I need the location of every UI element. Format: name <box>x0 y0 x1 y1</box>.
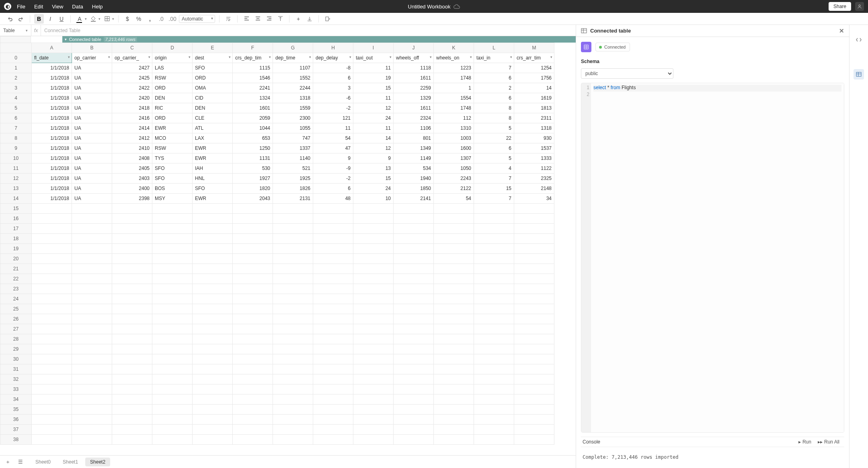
cell[interactable]: 48 <box>313 194 353 204</box>
cell[interactable]: EWR <box>193 153 233 163</box>
cell[interactable] <box>313 234 353 244</box>
cell[interactable]: ATL <box>193 123 233 133</box>
cell[interactable] <box>434 314 474 324</box>
cell[interactable]: 1826 <box>273 184 313 194</box>
cell[interactable]: 1611 <box>394 73 434 83</box>
cell[interactable]: 15 <box>353 174 394 184</box>
cell[interactable] <box>514 294 554 304</box>
cell[interactable]: 521 <box>273 163 313 174</box>
sheet-tab[interactable]: Sheet1 <box>58 458 83 466</box>
cell[interactable]: SFO <box>193 63 233 73</box>
cell[interactable]: 2410 <box>112 143 152 153</box>
cell[interactable] <box>313 274 353 284</box>
cell[interactable]: 12 <box>353 103 394 113</box>
cell[interactable] <box>474 234 514 244</box>
redo-button[interactable] <box>16 14 26 24</box>
cell[interactable] <box>72 224 112 234</box>
row-header[interactable]: 7 <box>0 123 32 133</box>
cell[interactable] <box>434 254 474 264</box>
cell[interactable] <box>434 294 474 304</box>
cell[interactable] <box>112 254 152 264</box>
cell[interactable] <box>112 415 152 425</box>
cell[interactable]: 1050 <box>434 163 474 174</box>
cell[interactable] <box>514 304 554 314</box>
cell[interactable]: 2241 <box>233 83 273 93</box>
cell[interactable] <box>112 284 152 294</box>
run-all-button[interactable]: ▸▸Run All <box>815 438 843 446</box>
cell[interactable]: 2141 <box>394 194 434 204</box>
cell[interactable]: 34 <box>514 194 554 204</box>
chevron-down-icon[interactable]: ▾ <box>510 55 512 59</box>
cell[interactable]: -9 <box>313 163 353 174</box>
cell[interactable] <box>474 244 514 254</box>
spreadsheet-grid[interactable]: ABCDEFGHIJKLM0fl_date▾op_carrier▾op_carr… <box>0 43 554 445</box>
cell[interactable] <box>353 204 394 214</box>
cell[interactable] <box>72 204 112 214</box>
chevron-down-icon[interactable]: ▾ <box>430 55 432 59</box>
cell[interactable]: 1/1/2018 <box>32 133 72 143</box>
cell[interactable] <box>353 314 394 324</box>
cell[interactable]: 1329 <box>394 93 434 103</box>
cell[interactable] <box>394 284 434 294</box>
cell[interactable] <box>152 344 193 354</box>
cell[interactable] <box>72 384 112 394</box>
cell[interactable]: 6 <box>474 93 514 103</box>
cell[interactable]: 1118 <box>394 63 434 73</box>
cell[interactable] <box>273 435 313 445</box>
cell[interactable] <box>514 384 554 394</box>
cell[interactable] <box>394 405 434 415</box>
cell[interactable] <box>514 234 554 244</box>
cell[interactable] <box>193 405 233 415</box>
cell[interactable] <box>353 274 394 284</box>
cell[interactable]: 1619 <box>514 93 554 103</box>
cell[interactable] <box>353 214 394 224</box>
cell[interactable]: 1140 <box>273 153 313 163</box>
cell[interactable] <box>233 284 273 294</box>
cell[interactable]: 8 <box>474 113 514 123</box>
cell[interactable] <box>273 274 313 284</box>
cell[interactable] <box>353 244 394 254</box>
cell[interactable] <box>353 374 394 384</box>
cell[interactable] <box>72 314 112 324</box>
cell[interactable] <box>152 394 193 405</box>
italic-button[interactable]: I <box>45 14 55 24</box>
row-header[interactable]: 13 <box>0 184 32 194</box>
cell[interactable]: 1748 <box>434 103 474 113</box>
cell[interactable]: 1122 <box>514 163 554 174</box>
cell[interactable] <box>112 264 152 274</box>
cell[interactable]: 2259 <box>394 83 434 93</box>
row-header[interactable]: 17 <box>0 224 32 234</box>
cell[interactable]: DEN <box>193 103 233 113</box>
row-header[interactable]: 0 <box>0 53 32 63</box>
cell[interactable] <box>514 415 554 425</box>
cell[interactable]: 2243 <box>434 174 474 184</box>
cell[interactable] <box>152 294 193 304</box>
cell[interactable] <box>233 334 273 344</box>
align-center-button[interactable] <box>253 14 263 24</box>
cell[interactable]: 2427 <box>112 63 152 73</box>
cell[interactable]: 2405 <box>112 163 152 174</box>
cell[interactable]: 1927 <box>233 174 273 184</box>
cell[interactable]: 6 <box>313 73 353 83</box>
chevron-down-icon[interactable]: ▾ <box>148 55 150 59</box>
cell[interactable] <box>353 364 394 374</box>
cell[interactable]: 801 <box>394 133 434 143</box>
cell[interactable] <box>112 435 152 445</box>
cell[interactable]: CLE <box>193 113 233 123</box>
cell[interactable]: 13 <box>353 163 394 174</box>
cell[interactable] <box>273 304 313 314</box>
cell[interactable] <box>434 384 474 394</box>
cell[interactable]: EWR <box>152 123 193 133</box>
cell[interactable] <box>72 264 112 274</box>
cell[interactable] <box>434 214 474 224</box>
cell[interactable] <box>394 214 434 224</box>
cell[interactable] <box>474 334 514 344</box>
cell[interactable] <box>233 394 273 405</box>
field-header[interactable]: crs_dep_tim▾ <box>233 53 273 63</box>
chevron-down-icon[interactable]: ▾ <box>108 55 110 59</box>
row-header[interactable]: 36 <box>0 415 32 425</box>
cell[interactable] <box>474 224 514 234</box>
chevron-down-icon[interactable]: ▾ <box>189 55 191 59</box>
cell[interactable] <box>514 324 554 334</box>
cell[interactable] <box>233 244 273 254</box>
